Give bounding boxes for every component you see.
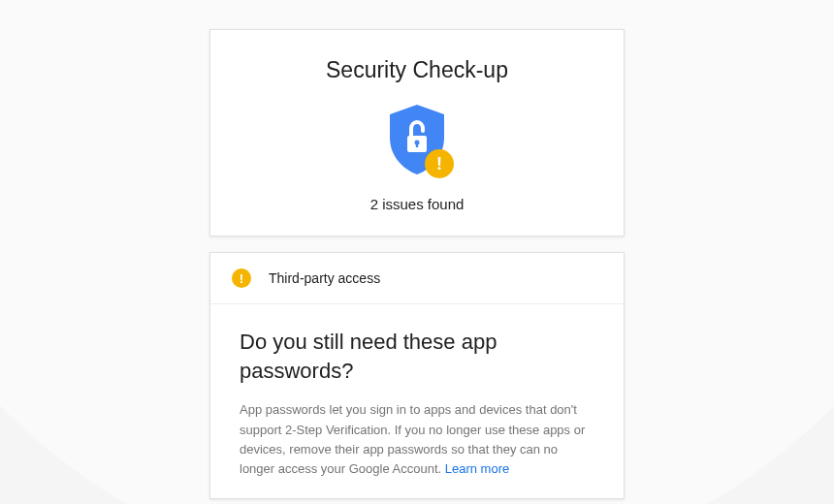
- page-title: Security Check-up: [230, 57, 604, 83]
- section-header[interactable]: ! Third-party access: [210, 253, 624, 304]
- svg-rect-2: [416, 142, 418, 147]
- alert-badge-icon: !: [425, 149, 454, 178]
- warning-icon: !: [232, 268, 251, 288]
- section-description: App passwords let you sign in to apps an…: [240, 400, 594, 479]
- security-checkup-card: Security Check-up ! 2 issues found: [209, 29, 625, 236]
- description-text: App passwords let you sign in to apps an…: [240, 402, 585, 475]
- issues-found-text: 2 issues found: [230, 196, 604, 212]
- section-body: Do you still need these app passwords? A…: [210, 304, 624, 498]
- shield-icon: !: [386, 103, 448, 176]
- card-header: Security Check-up ! 2 issues found: [210, 30, 624, 236]
- third-party-access-card: ! Third-party access Do you still need t…: [209, 252, 625, 499]
- learn-more-link[interactable]: Learn more: [445, 461, 509, 476]
- section-title: Third-party access: [269, 270, 380, 286]
- section-question: Do you still need these app passwords?: [240, 328, 594, 385]
